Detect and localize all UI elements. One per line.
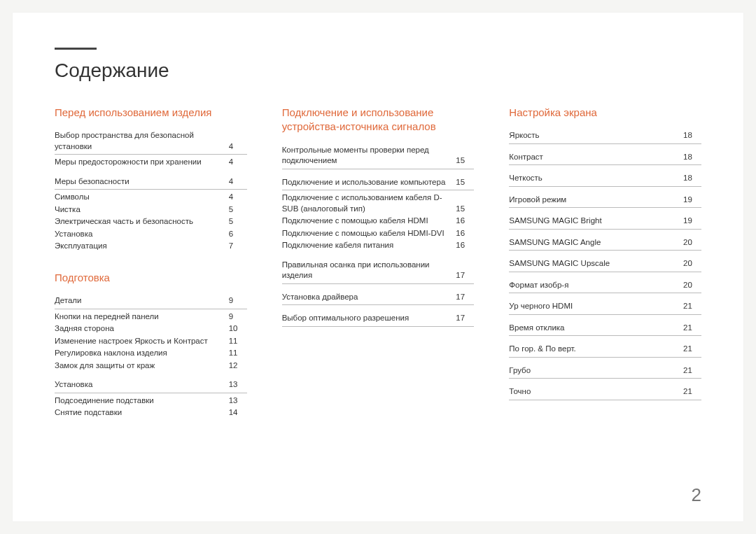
toc-sub-row[interactable]: Меры предосторожности при хранении4 <box>55 156 247 169</box>
toc-label: Правильная осанка при использовании изде… <box>282 260 456 281</box>
toc-group: Детали9Кнопки на передней панели9Задняя … <box>55 295 247 372</box>
toc-group: Контраст18 <box>509 151 701 166</box>
toc-label: Подключение и использование компьютера <box>282 177 456 188</box>
toc-page: 9 <box>229 295 247 307</box>
toc-head-row[interactable]: SAMSUNG MAGIC Bright19 <box>509 215 701 230</box>
toc-page: 14 <box>229 407 247 419</box>
toc-head-row[interactable]: По гор. & По верт.21 <box>509 343 701 358</box>
toc-page: 18 <box>683 152 701 163</box>
toc-label: Электрическая часть и безопасность <box>55 216 229 227</box>
toc-page: 5 <box>229 204 247 216</box>
toc-sub-row[interactable]: Подключение с использованием кабеля D-SU… <box>282 192 475 215</box>
toc-label: Замок для защиты от краж <box>55 360 229 372</box>
toc-sub-row[interactable]: Кнопки на передней панели9 <box>55 311 247 323</box>
toc-label: Символы <box>55 192 229 203</box>
toc-sub-row[interactable]: Подсоединение подставки13 <box>55 395 247 407</box>
toc-page: 7 <box>229 241 247 252</box>
toc-head-row[interactable]: Четкость18 <box>509 172 701 187</box>
toc-label: Время отклика <box>509 323 683 334</box>
toc-label: Изменение настроек Яркость и Контраст <box>55 336 229 347</box>
page-number: 2 <box>692 484 701 506</box>
toc-column: Подключение и использование устройства-и… <box>282 106 475 426</box>
toc-group: Грубо21 <box>509 365 701 379</box>
toc-page: 19 <box>683 195 701 206</box>
toc-label: Выбор пространства для безопасной устано… <box>55 130 229 152</box>
toc-label: Меры предосторожности при хранении <box>55 157 229 168</box>
toc-head-row[interactable]: Контрольные моменты проверки перед подкл… <box>282 144 475 169</box>
toc-group: Установка13Подсоединение подставки13Снят… <box>55 379 247 419</box>
toc-page: 17 <box>456 313 474 324</box>
toc-sub-row[interactable]: Установка6 <box>55 228 247 241</box>
toc-sub-row[interactable]: Регулировка наклона изделия11 <box>55 347 247 360</box>
toc-sub-row[interactable]: Задняя сторона10 <box>55 323 247 335</box>
toc-page: 21 <box>683 301 701 312</box>
toc-head-row[interactable]: Детали9 <box>55 295 247 309</box>
toc-label: Контраст <box>509 152 683 163</box>
toc-label: Игровой режим <box>509 195 683 206</box>
toc-head-row[interactable]: SAMSUNG MAGIC Angle20 <box>509 237 701 251</box>
toc-head-row[interactable]: Правильная осанка при использовании изде… <box>282 259 475 284</box>
toc-group: SAMSUNG MAGIC Angle20 <box>509 237 701 251</box>
toc-sub-row[interactable]: Замок для защиты от краж12 <box>55 360 247 372</box>
toc-page: 21 <box>683 344 701 355</box>
toc-head-row[interactable]: Точно21 <box>509 386 701 400</box>
toc-sub-row[interactable]: Снятие подставки14 <box>55 407 247 419</box>
toc-head-row[interactable]: Выбор оптимального разрешения17 <box>282 312 475 327</box>
toc-sub-row[interactable]: Подключение с помощью кабеля HDMI-DVI16 <box>282 227 475 240</box>
toc-group: SAMSUNG MAGIC Upscale20 <box>509 258 701 272</box>
toc-label: Формат изобр-я <box>509 280 683 291</box>
toc-sub-row[interactable]: Символы4 <box>55 191 247 204</box>
toc-page: 6 <box>229 229 247 240</box>
title-rule <box>55 48 97 50</box>
toc-page: 16 <box>456 240 474 251</box>
toc-group: Правильная осанка при использовании изде… <box>282 259 475 284</box>
toc-head-row[interactable]: Подключение и использование компьютера15 <box>282 176 475 191</box>
toc-head-row[interactable]: Меры безопасности4 <box>55 176 247 190</box>
toc-head-row[interactable]: SAMSUNG MAGIC Upscale20 <box>509 258 701 272</box>
toc-label: По гор. & По верт. <box>509 344 683 355</box>
toc-page: 18 <box>683 173 701 184</box>
toc-label: Установка <box>55 379 229 391</box>
toc-page: 20 <box>683 280 701 291</box>
toc-head-row[interactable]: Формат изобр-я20 <box>509 279 701 294</box>
toc-page: 12 <box>229 360 247 372</box>
toc-label: Подсоединение подставки <box>55 395 229 407</box>
toc-sub-row[interactable]: Подключение кабеля питания16 <box>282 239 475 252</box>
toc-group: Подключение и использование компьютера15… <box>282 176 475 252</box>
toc-label: Яркость <box>509 130 683 141</box>
toc-head-row[interactable]: Ур черного HDMI21 <box>509 300 701 315</box>
toc-head-row[interactable]: Время отклика21 <box>509 322 701 337</box>
toc-head-row[interactable]: Контраст18 <box>509 151 701 166</box>
toc-label: Грубо <box>509 365 683 377</box>
toc-page: 4 <box>229 157 247 168</box>
toc-head-row[interactable]: Яркость18 <box>509 129 701 144</box>
toc-page: 18 <box>683 130 701 141</box>
toc-page: 13 <box>229 379 247 391</box>
toc-sub-row[interactable]: Чистка5 <box>55 204 247 216</box>
toc-sub-row[interactable]: Подключение с помощью кабеля HDMI16 <box>282 215 475 227</box>
toc-group: Время отклика21 <box>509 322 701 337</box>
toc-label: Ур черного HDMI <box>509 301 683 312</box>
toc-label: Установка драйвера <box>282 292 456 303</box>
toc-page: 21 <box>683 386 701 398</box>
toc-label: Кнопки на передней панели <box>55 311 229 323</box>
toc-sub-row[interactable]: Электрическая часть и безопасность5 <box>55 216 247 228</box>
toc-head-row[interactable]: Установка13 <box>55 379 247 393</box>
toc-label: Снятие подставки <box>55 407 229 419</box>
toc-head-row[interactable]: Грубо21 <box>509 365 701 379</box>
toc-group: Выбор пространства для безопасной устано… <box>55 129 247 169</box>
toc-sub-row[interactable]: Изменение настроек Яркость и Контраст11 <box>55 335 247 348</box>
toc-label: SAMSUNG MAGIC Upscale <box>509 258 683 269</box>
toc-head-row[interactable]: Установка драйвера17 <box>282 291 475 306</box>
toc-sub-row[interactable]: Эксплуатация7 <box>55 240 247 253</box>
toc-group: Игровой режим19 <box>509 194 701 209</box>
toc-column: Перед использованием изделияВыбор простр… <box>55 106 247 426</box>
section-title: Настройка экрана <box>509 106 701 120</box>
toc-label: Подключение с использованием кабеля D-SU… <box>282 192 456 214</box>
section-title: Перед использованием изделия <box>55 106 247 120</box>
toc-head-row[interactable]: Выбор пространства для безопасной устано… <box>55 129 247 155</box>
toc-label: Меры безопасности <box>55 176 229 188</box>
toc-page: 4 <box>229 176 247 188</box>
toc-head-row[interactable]: Игровой режим19 <box>509 194 701 209</box>
toc-page: 15 <box>456 155 474 167</box>
